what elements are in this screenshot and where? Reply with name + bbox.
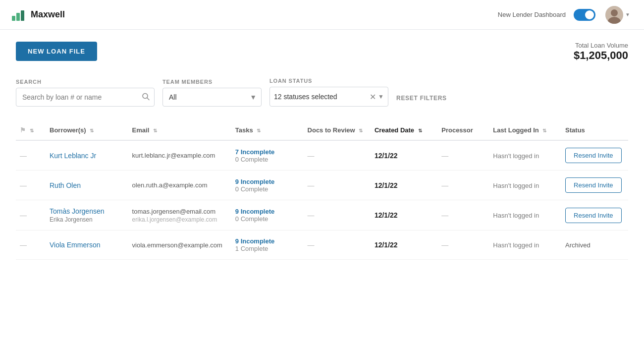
last-logged-text: Hasn't logged in	[493, 152, 539, 160]
search-icon	[142, 93, 150, 101]
status-cell: Resend Invite	[561, 200, 628, 231]
th-processor-label: Processor	[441, 126, 473, 134]
borrower-name-link[interactable]: Viola Emmerson	[50, 241, 124, 249]
resend-invite-button[interactable]: Resend Invite	[565, 208, 622, 223]
flag-icon: ⚑	[20, 126, 26, 134]
team-members-select[interactable]: All	[162, 88, 262, 107]
total-volume-label: Total Loan Volume	[574, 42, 628, 49]
header: Maxwell New Lender Dashboard ▼	[0, 0, 644, 30]
last-logged-text: Hasn't logged in	[493, 241, 539, 249]
table-header: ⚑ ⇅ Borrower(s) ⇅ Email ⇅ Tasks ⇅	[16, 120, 628, 140]
loans-table-wrapper: ⚑ ⇅ Borrower(s) ⇅ Email ⇅ Tasks ⇅	[16, 120, 628, 260]
created-date: 12/1/22	[375, 211, 398, 219]
primary-email: olen.ruth.a@example.com	[132, 181, 227, 189]
docs-dash: —	[308, 181, 315, 189]
svg-rect-2	[21, 10, 24, 21]
docs-cell: —	[304, 200, 371, 231]
loans-table: ⚑ ⇅ Borrower(s) ⇅ Email ⇅ Tasks ⇅	[16, 120, 628, 260]
last-logged-text: Hasn't logged in	[493, 182, 539, 189]
tasks-complete: 0 Complete	[235, 156, 300, 163]
total-volume-section: Total Loan Volume $1,205,000	[574, 42, 628, 62]
docs-dash: —	[308, 152, 315, 160]
date-cell: 12/1/22	[371, 140, 437, 171]
status-archived-label: Archived	[565, 241, 590, 249]
filters-row: SEARCH TEAM MEMBERS All ▼ L	[16, 78, 628, 107]
flag-dash: —	[20, 152, 27, 160]
tasks-cell: 7 Incomplete 0 Complete	[231, 140, 304, 171]
tasks-complete: 0 Complete	[235, 215, 300, 223]
th-lastlogged-label: Last Logged In	[493, 126, 538, 134]
reset-filters-button[interactable]: RESET FILTERS	[396, 90, 447, 107]
th-borrower-label: Borrower(s)	[50, 126, 86, 134]
th-date-label: Created Date	[375, 126, 414, 134]
search-icon-button[interactable]	[142, 93, 150, 102]
last-logged-cell: Hasn't logged in	[489, 231, 561, 260]
processor-cell: —	[437, 140, 489, 171]
processor-cell: —	[437, 200, 489, 231]
search-input[interactable]	[16, 88, 155, 107]
email-cell: viola.emmerson@example.com	[128, 231, 231, 260]
th-tasks-label: Tasks	[235, 126, 253, 134]
borrower-cell: Viola Emmerson	[46, 231, 128, 260]
status-cell: Resend Invite	[561, 171, 628, 200]
tasks-complete: 1 Complete	[235, 245, 300, 252]
table-body: — Kurt Leblanc Jr kurt.leblanc.jr@exampl…	[16, 140, 628, 260]
sort-icon[interactable]: ⇅	[90, 128, 94, 133]
date-cell: 12/1/22	[371, 200, 437, 231]
last-logged-cell: Hasn't logged in	[489, 200, 561, 231]
status-cell: Resend Invite	[561, 140, 628, 171]
docs-dash: —	[308, 241, 315, 249]
main-content: NEW LOAN FILE Total Loan Volume $1,205,0…	[0, 30, 644, 272]
tasks-cell: 9 Incomplete 0 Complete	[231, 200, 304, 231]
created-date: 12/1/22	[375, 152, 398, 160]
primary-email: tomas.jorgensen@email.com	[132, 208, 227, 215]
tasks-incomplete: 9 Incomplete	[235, 208, 300, 215]
tasks-cell: 9 Incomplete 0 Complete	[231, 171, 304, 200]
flag-dash: —	[20, 241, 27, 249]
sort-icon[interactable]: ⇅	[542, 128, 546, 133]
borrower-name-link[interactable]: Kurt Leblanc Jr	[50, 152, 124, 160]
table-row: — Ruth Olen olen.ruth.a@example.com 9 In…	[16, 171, 628, 200]
resend-invite-button[interactable]: Resend Invite	[565, 148, 622, 163]
svg-rect-0	[12, 16, 15, 21]
flag-cell: —	[16, 171, 46, 200]
created-date: 12/1/22	[375, 241, 398, 249]
tasks-complete: 0 Complete	[235, 185, 300, 193]
primary-email: viola.emmerson@example.com	[132, 241, 227, 249]
last-logged-cell: Hasn't logged in	[489, 140, 561, 171]
th-processor: Processor	[437, 120, 489, 140]
flag-cell: —	[16, 231, 46, 260]
search-filter-group: SEARCH	[16, 79, 155, 107]
tasks-incomplete: 9 Incomplete	[235, 178, 300, 185]
sort-icon[interactable]: ⇅	[257, 128, 261, 133]
th-status-label: Status	[565, 126, 585, 134]
borrower-name-link[interactable]: Tomàs Jorgensen	[50, 207, 124, 215]
sort-icon-active[interactable]: ⇅	[418, 128, 422, 133]
th-last-logged: Last Logged In ⇅	[489, 120, 561, 140]
processor-cell: —	[437, 171, 489, 200]
user-menu-button[interactable]: ▼	[603, 4, 632, 26]
borrower-cell: Ruth Olen	[46, 171, 128, 200]
sort-icon[interactable]: ⇅	[359, 128, 363, 133]
status-filter[interactable]: 12 statuses selected ✕ ▼	[269, 87, 388, 107]
status-filter-text: 12 statuses selected	[274, 93, 368, 101]
header-right: New Lender Dashboard ▼	[498, 4, 632, 26]
date-cell: 12/1/22	[371, 171, 437, 200]
th-docs: Docs to Review ⇅	[304, 120, 371, 140]
sort-icon[interactable]: ⇅	[30, 128, 34, 133]
status-filter-clear-button[interactable]: ✕	[368, 92, 378, 102]
docs-cell: —	[304, 231, 371, 260]
flag-dash: —	[20, 181, 27, 189]
borrower-name-link[interactable]: Ruth Olen	[50, 181, 124, 189]
team-select-wrapper: All ▼	[162, 88, 262, 107]
sort-icon[interactable]: ⇅	[153, 128, 157, 133]
processor-cell: —	[437, 231, 489, 260]
search-wrapper	[16, 88, 155, 107]
resend-invite-button[interactable]: Resend Invite	[565, 177, 622, 193]
th-docs-label: Docs to Review	[308, 126, 355, 134]
new-loan-file-button[interactable]: NEW LOAN FILE	[16, 42, 97, 61]
lender-dashboard-toggle[interactable]	[574, 9, 595, 21]
th-borrower: Borrower(s) ⇅	[46, 120, 128, 140]
tasks-incomplete: 9 Incomplete	[235, 237, 300, 245]
primary-email: kurt.leblanc.jr@example.com	[132, 152, 227, 159]
